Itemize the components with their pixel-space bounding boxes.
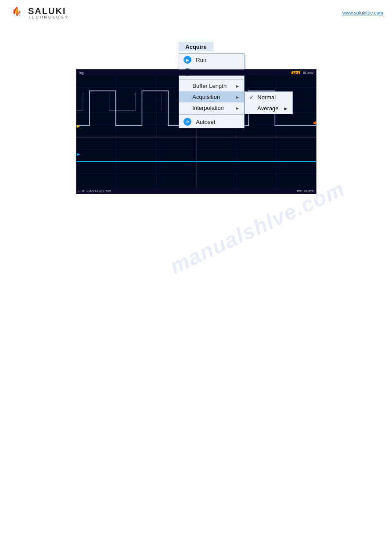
acquisition-label: Acquisition <box>192 94 220 100</box>
scope-top-right: CH1 81.4mV <box>291 71 313 74</box>
logo-area: SALUKI TECHNOLOGY <box>9 4 69 21</box>
menu-item-acquisition[interactable]: Acquisition ► ✓ Normal Average <box>179 91 244 102</box>
logo-saluki-text: SALUKI <box>28 7 69 15</box>
normal-label: Normal <box>257 94 276 101</box>
buffer-length-arrow: ► <box>235 83 240 89</box>
trigger-arrow-right: ◀ <box>313 120 316 126</box>
scope-time-info: Time: 20.0ms <box>295 189 313 192</box>
scope-ch-info: CH1: 1.00V CH2: 1.56V <box>79 189 111 192</box>
submenu-item-normal[interactable]: ✓ Normal <box>245 92 292 103</box>
acquisition-arrow: ► <box>235 94 240 100</box>
menu-item-autoset[interactable]: ⟳ Autoset <box>179 116 244 128</box>
menu-item-interpolation[interactable]: Interpolation ► <box>179 102 244 113</box>
menu-divider-2 <box>179 114 244 115</box>
scope-ch1-badge: CH1 <box>291 71 300 74</box>
acquire-dropdown: ▶ Run ⏸ Stop Buffer Length ► Acquisition <box>179 53 245 128</box>
menu-item-buffer-length[interactable]: Buffer Length ► <box>179 80 244 91</box>
page-header: SALUKI TECHNOLOGY www.salukitec.com <box>0 0 392 24</box>
trigger-arrow-ch1: ► <box>76 123 81 129</box>
trigger-arrow-ch2: ► <box>76 151 81 157</box>
average-checkmark <box>249 105 255 112</box>
interpolation-label: Interpolation <box>192 105 224 111</box>
submenu-item-average[interactable]: Average ► <box>245 103 292 114</box>
scope-top-bar: Trig! CH1 81.4mV <box>76 69 316 76</box>
acquisition-submenu: ✓ Normal Average ► <box>245 91 293 114</box>
logo-text: SALUKI TECHNOLOGY <box>28 7 69 19</box>
interpolation-arrow: ► <box>235 105 240 111</box>
menu-divider-1 <box>179 79 244 80</box>
autoset-icon: ⟳ <box>183 118 191 126</box>
run-icon: ▶ <box>183 56 191 64</box>
scope-top-val: 81.4mV <box>303 71 313 74</box>
menu-item-run-label: Run <box>196 57 206 63</box>
acquire-button[interactable]: Acquire <box>179 42 213 51</box>
menu-item-run[interactable]: ▶ Run <box>179 54 244 66</box>
buffer-length-label: Buffer Length <box>192 83 227 89</box>
acquire-menu-wrapper: Acquire ▶ Run ⏸ Stop Buffer Length ► <box>179 42 213 51</box>
main-content: Acquire ▶ Run ⏸ Stop Buffer Length ► <box>0 24 392 207</box>
website-link[interactable]: www.salukitec.com <box>342 10 383 15</box>
menu-area: Acquire ▶ Run ⏸ Stop Buffer Length ► <box>18 42 374 51</box>
average-label: Average <box>257 105 278 112</box>
normal-checkmark: ✓ <box>249 94 255 101</box>
average-arrow: ► <box>283 106 288 111</box>
scope-trig-label: Trig! <box>79 71 85 74</box>
logo-technology-text: TECHNOLOGY <box>28 15 69 19</box>
autoset-label: Autoset <box>196 119 215 125</box>
saluki-logo-icon <box>9 4 25 21</box>
scope-bottom-bar: CH1: 1.00V CH2: 1.56V Time: 20.0ms <box>76 188 316 194</box>
